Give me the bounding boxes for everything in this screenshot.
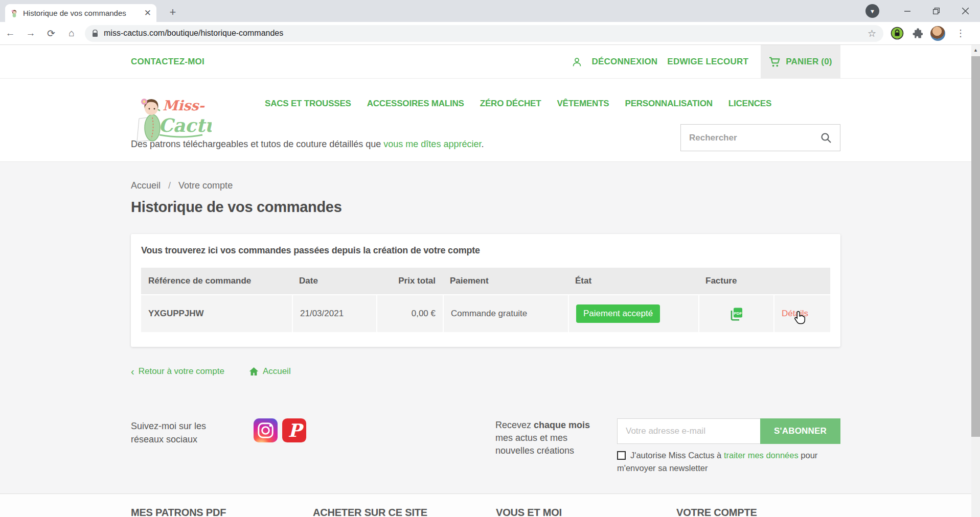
newsletter-text: Recevez chaque mois mes actus et mes nou… — [495, 419, 592, 457]
account-name-link[interactable]: EDWIGE LECOURT — [667, 57, 748, 67]
contact-link[interactable]: CONTACTEZ-MOI — [131, 57, 204, 67]
browser-update-icon[interactable]: ▼ — [865, 4, 879, 18]
nav-accessoires-malins[interactable]: ACCESSOIRES MALINS — [367, 99, 464, 109]
scrollbar-up-icon[interactable]: ▲ — [971, 45, 980, 55]
browser-tab-bar: Historique de vos commandes ✕ + ▼ — [0, 0, 980, 22]
order-status-cell: Paiement accepté — [568, 295, 698, 332]
footer-col-patrons: MES PATRONS PDF — [131, 507, 226, 517]
new-tab-button[interactable]: + — [165, 4, 181, 20]
newsletter-consent: J'autorise Miss Cactus à traiter mes don… — [617, 449, 837, 475]
browser-menu-icon[interactable]: ⋮ — [956, 28, 965, 39]
browser-profile-avatar[interactable] — [930, 26, 945, 41]
subscribe-button[interactable]: S'ABONNER — [760, 418, 840, 444]
window-close-button[interactable] — [951, 0, 980, 22]
newsletter-email-input[interactable] — [617, 418, 761, 444]
bookmark-star-icon[interactable]: ☆ — [868, 28, 876, 39]
user-icon — [572, 57, 582, 67]
order-invoice-cell: PDF — [698, 295, 773, 332]
col-date: Date — [292, 268, 376, 294]
col-blank — [773, 268, 830, 294]
cart-button[interactable]: PANIER (0) — [761, 45, 840, 79]
col-facture: Facture — [698, 268, 773, 294]
address-bar[interactable]: miss-cactus.com/boutique/historique-comm… — [85, 25, 883, 42]
instagram-icon[interactable] — [254, 418, 278, 442]
back-to-account-link[interactable]: ‹ Retour à votre compte — [131, 366, 224, 377]
favicon-icon — [10, 9, 18, 17]
nav-licences[interactable]: LICENCES — [728, 99, 771, 109]
main-navigation: SACS ET TROUSSES ACCESSOIRES MALINS ZÉRO… — [265, 99, 771, 109]
nav-sacs-et-trousses[interactable]: SACS ET TROUSSES — [265, 99, 351, 109]
lock-icon — [92, 30, 98, 37]
table-row: YXGUPPJHW 21/03/2021 0,00 € Commande gra… — [141, 295, 830, 332]
tab-close-icon[interactable]: ✕ — [144, 8, 151, 18]
orders-card: Vous trouverez ici vos commandes passées… — [131, 234, 840, 347]
col-etat: État — [568, 268, 698, 294]
search-input[interactable] — [689, 133, 821, 143]
breadcrumb-current[interactable]: Votre compte — [178, 180, 233, 191]
footer-col-acheter: ACHETER SUR CE SITE — [313, 507, 427, 517]
forward-icon[interactable]: → — [20, 28, 41, 39]
nav-personnalisation[interactable]: PERSONNALISATION — [625, 99, 713, 109]
col-reference: Référence de commande — [141, 268, 292, 294]
browser-tab[interactable]: Historique de vos commandes ✕ — [5, 4, 156, 22]
svg-text:PDF: PDF — [734, 311, 742, 315]
nav-vetements[interactable]: VÊTEMENTS — [557, 99, 609, 109]
chevron-left-icon: ‹ — [131, 366, 134, 377]
col-paiement: Paiement — [443, 268, 568, 294]
tagline-link[interactable]: vous me dîtes apprécier — [383, 139, 481, 149]
logo-word-miss: Miss- — [163, 98, 206, 113]
status-badge: Paiement accepté — [576, 304, 660, 323]
reload-icon[interactable]: ⟳ — [41, 28, 61, 39]
nav-zero-dechet[interactable]: ZÉRO DÉCHET — [480, 99, 541, 109]
order-date: 21/03/2021 — [292, 295, 376, 332]
col-prix-total: Prix total — [376, 268, 443, 294]
logo-word-cactus: Cactus — [158, 114, 212, 136]
cart-icon — [769, 57, 781, 67]
orders-table: Référence de commande Date Prix total Pa… — [141, 268, 830, 332]
footer-columns: MES PATRONS PDF ACHETER SUR CE SITE VOUS… — [0, 494, 971, 517]
search-icon[interactable] — [821, 132, 832, 144]
order-total: 0,00 € — [376, 295, 443, 332]
home-browser-icon[interactable]: ⌂ — [61, 28, 82, 39]
window-restore-button[interactable] — [922, 0, 951, 22]
page-title: Historique de vos commandes — [131, 199, 342, 216]
consent-checkbox[interactable] — [617, 451, 626, 460]
back-icon[interactable]: ← — [0, 28, 20, 39]
site-header: Miss- Cactus SACS ET TROUSSES ACCESSOIRE… — [0, 79, 971, 162]
orders-intro: Vous trouverez ici vos commandes passées… — [141, 245, 830, 256]
pdf-icon[interactable]: PDF — [728, 306, 744, 322]
page-scrollbar[interactable]: ▲ — [971, 45, 980, 517]
browser-url-bar: ← → ⟳ ⌂ miss-cactus.com/boutique/histori… — [0, 22, 980, 45]
table-header-row: Référence de commande Date Prix total Pa… — [141, 268, 830, 294]
site-logo[interactable]: Miss- Cactus — [131, 93, 212, 142]
account-topbar: CONTACTEZ-MOI DÉCONNEXION EDWIGE LECOURT — [0, 45, 971, 79]
consent-data-link[interactable]: traiter mes données — [724, 451, 799, 460]
site-tagline: Des patrons téléchargeables et tutos de … — [131, 139, 484, 150]
extension-lock-icon[interactable] — [891, 27, 904, 40]
scrollbar-thumb[interactable] — [971, 56, 980, 437]
order-payment: Commande gratuite — [443, 295, 568, 332]
footer-col-vous: VOUS ET MOI — [496, 507, 562, 517]
pinterest-icon[interactable]: P — [282, 418, 306, 442]
search-box — [680, 124, 840, 151]
extensions-puzzle-icon[interactable] — [911, 28, 923, 39]
logout-link[interactable]: DÉCONNEXION — [592, 57, 658, 67]
window-minimize-button[interactable] — [893, 0, 922, 22]
breadcrumb: Accueil / Votre compte — [131, 180, 233, 191]
order-reference: YXGUPPJHW — [141, 295, 292, 332]
social-label: Suivez-moi sur les réseaux sociaux — [131, 419, 218, 446]
tab-title: Historique de vos commandes — [23, 9, 140, 17]
cart-label: PANIER (0) — [786, 57, 832, 67]
footer-col-compte: VOTRE COMPTE — [676, 507, 757, 517]
url-text: miss-cactus.com/boutique/historique-comm… — [104, 29, 862, 38]
breadcrumb-home[interactable]: Accueil — [131, 180, 161, 191]
home-link[interactable]: Accueil — [249, 366, 291, 377]
home-icon — [249, 367, 259, 376]
cursor-pointer-icon — [794, 311, 806, 325]
